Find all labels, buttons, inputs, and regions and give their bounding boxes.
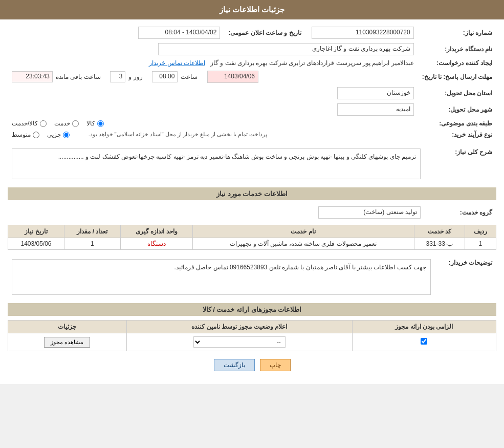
city-label: شهر محل تحویل: bbox=[418, 101, 496, 118]
row-unit: دستگاه bbox=[120, 238, 192, 250]
day-label: روز و bbox=[128, 73, 142, 80]
col-header-name: نام خدمت bbox=[192, 225, 414, 238]
table-row: 1 ب-33-331 تعمیر محصولات فلزی ساخته شده،… bbox=[8, 238, 496, 250]
announcement-value: 1403/04/02 - 08:04 bbox=[138, 27, 220, 39]
announcement-label: تاریخ و ساعت اعلان عمومی: bbox=[224, 25, 305, 41]
buyer-org-value: شرکت بهره برداری نفت و گاز اغاجاری bbox=[158, 43, 414, 55]
purchase-type-label: نوع فرآیند خرید: bbox=[418, 129, 496, 140]
permits-col-status: اعلام وضعیت مجوز توسط نامین کننده bbox=[126, 321, 352, 333]
category-option-khedmat[interactable]: خدمت bbox=[54, 120, 79, 127]
buyer-org-label: نام دستگاه خریدار: bbox=[418, 41, 496, 57]
need-number-label: شماره نیاز: bbox=[418, 25, 496, 41]
permit-details: مشاهده مجوز bbox=[8, 333, 127, 351]
category-option-kala[interactable]: کالا bbox=[86, 120, 104, 127]
page-title: جزئیات اطلاعات نیاز bbox=[220, 5, 284, 14]
service-group-value: تولید صنعتی (ساخت) bbox=[318, 206, 421, 219]
creator-link[interactable]: اطلاعات تماس خریدار bbox=[149, 59, 205, 67]
purchase-option-motavase[interactable]: متوسط bbox=[12, 131, 39, 138]
city-value: امیدیه bbox=[337, 103, 414, 116]
row-name: تعمیر محصولات فلزی ساخته شده، ماشین آلات… bbox=[192, 238, 414, 250]
services-section-title: اطلاعات خدمات مورد نیاز bbox=[8, 187, 496, 200]
col-header-row: ردیف bbox=[465, 225, 496, 238]
row-code: ب-33-331 bbox=[414, 238, 465, 250]
remaining-label: ساعت باقی مانده bbox=[56, 73, 101, 80]
permit-required-checkbox[interactable] bbox=[352, 333, 496, 351]
purchase-option-jozi[interactable]: جزیی bbox=[47, 131, 70, 138]
date-value: 1403/04/06 bbox=[207, 71, 258, 83]
need-number-value: 1103093228000720 bbox=[312, 27, 414, 39]
print-button[interactable]: چاپ bbox=[260, 359, 291, 371]
creator-value: عبدالامیر ابراهیم پور سرپرست قراردادهای … bbox=[210, 59, 414, 67]
list-item: -- مشاهده مجوز bbox=[8, 333, 496, 351]
description-value: ترمیم جای بوشهای کلنگی و بینها -تهیه بوش… bbox=[12, 148, 421, 179]
permit-status-select[interactable]: -- bbox=[193, 336, 286, 348]
service-group-label: گروه خدمت: bbox=[425, 204, 496, 221]
col-header-date: تاریخ نیاز bbox=[8, 225, 64, 238]
permit-status: -- bbox=[126, 333, 352, 351]
services-table: ردیف کد خدمت نام خدمت واحد اندازه گیری ت… bbox=[8, 225, 496, 250]
response-deadline-label: مهلت ارسال پاسخ: تا تاریخ: bbox=[418, 69, 496, 85]
view-permit-button[interactable]: مشاهده مجوز bbox=[44, 337, 90, 348]
row-quantity: 1 bbox=[64, 238, 120, 250]
category-label: طبقه بندی موضوعی: bbox=[418, 118, 496, 129]
permits-col-details: جزئیات bbox=[8, 321, 127, 333]
buyer-notes-value: جهت کسب اطلاعات بیشتر با آقای ناصر همتیا… bbox=[12, 259, 431, 295]
permits-section-title: اطلاعات مجوزهای ارائه خدمت / کالا bbox=[8, 303, 496, 316]
province-label: استان محل تحویل: bbox=[418, 85, 496, 101]
day-value: 3 bbox=[110, 71, 125, 82]
purchase-note: پرداخت تمام یا بخشی از مبلغ خریدار از مح… bbox=[89, 131, 268, 138]
row-date: 1403/05/06 bbox=[8, 238, 64, 250]
permits-table: الزامی بودن ارائه مجوز اعلام وضعیت مجوز … bbox=[8, 320, 496, 351]
remaining-value: 23:03:43 bbox=[12, 71, 53, 82]
permits-col-required: الزامی بودن ارائه مجوز bbox=[352, 321, 496, 333]
category-option-kala-khedmat[interactable]: کالا/خدمت bbox=[12, 120, 47, 127]
province-value: خوزستان bbox=[337, 87, 414, 99]
actions-row: چاپ بازگشت bbox=[8, 351, 496, 379]
time-label: ساعت bbox=[181, 73, 198, 80]
time-value: 08:00 bbox=[152, 71, 178, 82]
creator-label: ایجاد کننده درخواست: bbox=[418, 57, 496, 69]
back-button[interactable]: بازگشت bbox=[214, 359, 255, 371]
page-header: جزئیات اطلاعات نیاز bbox=[0, 0, 504, 19]
buyer-notes-label: توضیحات خریدار: bbox=[435, 255, 496, 299]
col-header-code: کد خدمت bbox=[414, 225, 465, 238]
col-header-qty: تعداد / مقدار bbox=[64, 225, 120, 238]
description-label: شرح کلی نیاز: bbox=[425, 144, 496, 183]
row-number: 1 bbox=[465, 238, 496, 250]
col-header-unit: واحد اندازه گیری bbox=[120, 225, 192, 238]
